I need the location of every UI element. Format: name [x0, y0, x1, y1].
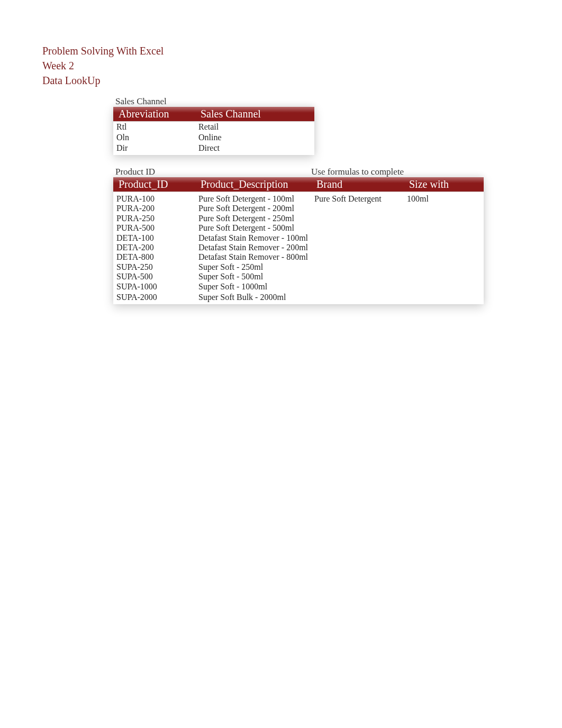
- prod-cell-size: [404, 214, 484, 223]
- prod-cell-desc: Pure Soft Detergent - 200ml: [195, 204, 311, 213]
- sc-header-abbreviation: Abreviation: [113, 107, 195, 122]
- sc-header-channel: Sales Channel: [195, 107, 314, 122]
- prod-cell-id: DETA-100: [113, 233, 195, 243]
- prod-header-desc: Product_Description: [195, 177, 311, 192]
- table-row: DETA-100Detafast Stain Remover - 100ml: [113, 233, 484, 243]
- prod-header-size: Size with: [404, 177, 484, 192]
- table-row: SUPA-1000Super Soft - 1000ml: [113, 282, 484, 292]
- sc-cell-channel: Direct: [195, 143, 314, 155]
- table-row: PURA-500Pure Soft Detergent - 500ml: [113, 223, 484, 233]
- prod-cell-brand: [311, 262, 404, 272]
- product-table: Product_ID Product_Description Brand Siz…: [113, 177, 484, 304]
- prod-cell-desc: Pure Soft Detergent - 250ml: [195, 214, 311, 223]
- prod-cell-size: [404, 223, 484, 233]
- page-titles: Problem Solving With Excel Week 2 Data L…: [42, 43, 164, 88]
- sales-channel-label: Sales Channel: [113, 96, 314, 107]
- table-row: DETA-200Detafast Stain Remover - 200ml: [113, 243, 484, 252]
- prod-cell-brand: [311, 233, 404, 243]
- sc-cell-abbr: Dir: [113, 143, 195, 155]
- prod-cell-size: [404, 292, 484, 304]
- table-row: PURA-200Pure Soft Detergent - 200ml: [113, 204, 484, 213]
- prod-cell-brand: [311, 252, 404, 262]
- prod-cell-desc: Super Soft Bulk - 2000ml: [195, 292, 311, 304]
- table-row: SUPA-2000Super Soft Bulk - 2000ml: [113, 292, 484, 304]
- sc-cell-abbr: Oln: [113, 132, 195, 143]
- prod-cell-brand: Pure Soft Detergent: [311, 192, 404, 204]
- prod-cell-id: PURA-500: [113, 223, 195, 233]
- sales-channel-body: RtlRetailOlnOnlineDirDirect: [113, 122, 314, 156]
- prod-cell-brand: [311, 223, 404, 233]
- sc-cell-channel: Retail: [195, 122, 314, 133]
- sc-cell-channel: Online: [195, 132, 314, 143]
- prod-cell-id: SUPA-250: [113, 262, 195, 272]
- prod-cell-desc: Detafast Stain Remover - 100ml: [195, 233, 311, 243]
- prod-cell-brand: [311, 214, 404, 223]
- prod-cell-size: [404, 252, 484, 262]
- table-row: PURA-250Pure Soft Detergent - 250ml: [113, 214, 484, 223]
- prod-cell-size: [404, 204, 484, 213]
- prod-cell-id: DETA-800: [113, 252, 195, 262]
- prod-cell-brand: [311, 243, 404, 252]
- prod-cell-size: [404, 233, 484, 243]
- prod-cell-brand: [311, 282, 404, 292]
- product-section: Product ID Use formulas to complete Prod…: [113, 167, 484, 304]
- prod-cell-id: PURA-100: [113, 192, 195, 204]
- prod-cell-id: SUPA-1000: [113, 282, 195, 292]
- table-row: DirDirect: [113, 143, 314, 155]
- table-row: RtlRetail: [113, 122, 314, 133]
- product-body: PURA-100Pure Soft Detergent - 100mlPure …: [113, 192, 484, 305]
- table-row: SUPA-250Super Soft - 250ml: [113, 262, 484, 272]
- prod-header-brand: Brand: [311, 177, 404, 192]
- title-line-3: Data LookUp: [42, 73, 164, 88]
- prod-cell-desc: Super Soft - 1000ml: [195, 282, 311, 292]
- table-row: SUPA-500Super Soft - 500ml: [113, 272, 484, 281]
- prod-cell-id: PURA-200: [113, 204, 195, 213]
- prod-cell-size: [404, 262, 484, 272]
- table-row: DETA-800Detafast Stain Remover - 800ml: [113, 252, 484, 262]
- title-line-2: Week 2: [42, 58, 164, 73]
- table-row: OlnOnline: [113, 132, 314, 143]
- prod-cell-brand: [311, 204, 404, 213]
- prod-cell-brand: [311, 292, 404, 304]
- sales-channel-table: Abreviation Sales Channel RtlRetailOlnOn…: [113, 107, 314, 155]
- sc-cell-abbr: Rtl: [113, 122, 195, 133]
- prod-cell-desc: Detafast Stain Remover - 800ml: [195, 252, 311, 262]
- prod-header-id: Product_ID: [113, 177, 195, 192]
- prod-cell-id: DETA-200: [113, 243, 195, 252]
- title-line-1: Problem Solving With Excel: [42, 43, 164, 58]
- prod-cell-desc: Super Soft - 500ml: [195, 272, 311, 281]
- prod-cell-id: SUPA-500: [113, 272, 195, 281]
- product-top-labels: Product ID Use formulas to complete: [113, 167, 484, 177]
- table-row: PURA-100Pure Soft Detergent - 100mlPure …: [113, 192, 484, 204]
- prod-cell-desc: Pure Soft Detergent - 500ml: [195, 223, 311, 233]
- product-formula-label: Use formulas to complete: [311, 167, 404, 177]
- prod-cell-size: 100ml: [404, 192, 484, 204]
- product-id-label: Product ID: [113, 167, 311, 177]
- sales-channel-section: Sales Channel Abreviation Sales Channel …: [113, 96, 314, 155]
- prod-cell-brand: [311, 272, 404, 281]
- prod-cell-size: [404, 243, 484, 252]
- prod-cell-desc: Detafast Stain Remover - 200ml: [195, 243, 311, 252]
- prod-cell-id: SUPA-2000: [113, 292, 195, 304]
- prod-cell-id: PURA-250: [113, 214, 195, 223]
- prod-cell-desc: Pure Soft Detergent - 100ml: [195, 192, 311, 204]
- prod-cell-desc: Super Soft - 250ml: [195, 262, 311, 272]
- prod-cell-size: [404, 282, 484, 292]
- prod-cell-size: [404, 272, 484, 281]
